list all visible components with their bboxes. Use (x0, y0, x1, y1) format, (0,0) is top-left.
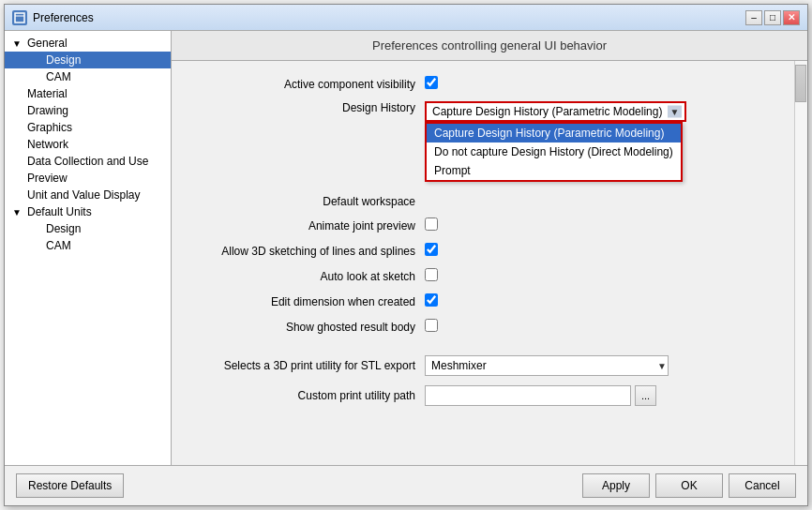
sidebar-item-default-units-design-label: Design (46, 222, 81, 235)
sidebar-item-graphics-label: Graphics (27, 121, 72, 134)
sidebar-item-preview[interactable]: Preview (5, 170, 171, 187)
panel-header: Preferences controlling general UI behav… (172, 31, 807, 61)
edit-dimension-label: Edit dimension when created (190, 295, 415, 308)
content-area: ▼ General Design CAM Material Drawing (5, 31, 807, 465)
active-component-checkbox[interactable] (425, 76, 438, 89)
allow-3d-checkbox[interactable] (425, 243, 438, 256)
sidebar-item-drawing[interactable]: Drawing (5, 102, 171, 119)
animate-joint-checkbox[interactable] (425, 218, 438, 231)
title-bar: Preferences – □ ✕ (5, 5, 807, 31)
cancel-button[interactable]: Cancel (729, 473, 796, 498)
allow-3d-row: Allow 3D sketching of lines and splines (190, 243, 775, 259)
stl-export-select[interactable]: Meshmixer (425, 355, 669, 376)
design-history-selected-text: Capture Design History (Parametric Model… (432, 105, 662, 118)
sidebar-item-default-units-cam-label: CAM (46, 239, 71, 252)
stl-export-label: Selects a 3D print utility for STL expor… (190, 359, 415, 372)
show-ghosted-row: Show ghosted result body (190, 319, 775, 335)
main-panel: Preferences controlling general UI behav… (172, 31, 807, 465)
active-component-label: Active component visibility (190, 78, 415, 91)
show-ghosted-checkbox[interactable] (425, 319, 438, 332)
maximize-button[interactable]: □ (764, 10, 781, 25)
auto-look-checkbox[interactable] (425, 268, 438, 281)
design-history-select[interactable]: Capture Design History (Parametric Model… (425, 101, 686, 122)
window-title: Preferences (33, 11, 745, 24)
design-history-control: Capture Design History (Parametric Model… (425, 101, 775, 122)
design-history-option-no-capture[interactable]: Do not capture Design History (Direct Mo… (427, 142, 681, 161)
sidebar: ▼ General Design CAM Material Drawing (5, 31, 172, 465)
sidebar-item-drawing-label: Drawing (27, 104, 68, 117)
sidebar-item-preview-label: Preview (27, 172, 68, 185)
sidebar-item-default-units-cam[interactable]: CAM (5, 237, 171, 254)
animate-joint-control (425, 218, 775, 233)
sidebar-item-unit-display[interactable]: Unit and Value Display (5, 187, 171, 203)
sidebar-item-cam[interactable]: CAM (5, 68, 171, 85)
design-history-option-capture[interactable]: Capture Design History (Parametric Model… (427, 124, 681, 142)
active-component-row: Active component visibility (190, 76, 775, 92)
animate-joint-row: Animate joint preview (190, 218, 775, 233)
design-history-dropdown: Capture Design History (Parametric Model… (425, 101, 775, 122)
scrollbar-thumb[interactable] (795, 65, 806, 102)
design-history-row: Design History Capture Design History (P… (190, 101, 775, 122)
restore-defaults-button[interactable]: Restore Defaults (16, 473, 124, 498)
preferences-window: Preferences – □ ✕ ▼ General Design CAM (4, 4, 808, 506)
design-history-option-list: Capture Design History (Parametric Model… (425, 122, 683, 182)
sidebar-item-material[interactable]: Material (5, 85, 171, 102)
panel-title: Preferences controlling general UI behav… (372, 38, 607, 52)
sidebar-item-data-collection-label: Data Collection and Use (27, 155, 148, 168)
edit-dimension-row: Edit dimension when created (190, 293, 775, 309)
sidebar-item-default-units-design[interactable]: Design (5, 220, 171, 237)
edit-dimension-control (425, 293, 775, 309)
custom-print-label: Custom print utility path (190, 389, 415, 402)
panel-body: Active component visibility Design Histo… (172, 61, 794, 465)
show-ghosted-label: Show ghosted result body (190, 321, 415, 334)
default-workspace-row: Default workspace (190, 195, 775, 208)
animate-joint-label: Animate joint preview (190, 219, 415, 232)
scrollbar-track (794, 61, 807, 465)
edit-dimension-checkbox[interactable] (425, 293, 438, 307)
sidebar-item-design-label: Design (46, 53, 81, 67)
sidebar-item-design[interactable]: Design (5, 52, 171, 68)
default-workspace-label: Default workspace (190, 195, 415, 208)
design-history-option-prompt[interactable]: Prompt (427, 161, 681, 180)
ok-button[interactable]: OK (655, 473, 723, 498)
browse-button[interactable]: ... (635, 385, 656, 406)
custom-print-input[interactable] (425, 385, 631, 406)
design-history-label: Design History (190, 101, 415, 114)
sidebar-item-network-label: Network (27, 138, 68, 151)
sidebar-item-data-collection[interactable]: Data Collection and Use (5, 153, 171, 170)
sidebar-item-general[interactable]: ▼ General (5, 35, 171, 52)
auto-look-label: Auto look at sketch (190, 270, 415, 283)
default-units-arrow: ▼ (12, 207, 23, 218)
auto-look-row: Auto look at sketch (190, 268, 775, 284)
sidebar-item-default-units[interactable]: ▼ Default Units (5, 203, 171, 220)
allow-3d-control (425, 243, 775, 259)
bottom-bar: Restore Defaults Apply OK Cancel (5, 465, 807, 505)
sidebar-item-default-units-label: Default Units (27, 205, 92, 218)
sidebar-item-cam-label: CAM (46, 70, 71, 83)
sidebar-item-material-label: Material (27, 87, 68, 100)
stl-export-row: Selects a 3D print utility for STL expor… (190, 355, 775, 376)
bottom-right-buttons: Apply OK Cancel (582, 473, 796, 498)
active-component-control (425, 76, 775, 92)
sidebar-item-general-label: General (27, 37, 68, 50)
close-button[interactable]: ✕ (783, 10, 800, 25)
auto-look-control (425, 268, 775, 284)
custom-print-control: ... (425, 385, 775, 406)
custom-print-row: Custom print utility path ... (190, 385, 775, 406)
sidebar-item-graphics[interactable]: Graphics (5, 119, 171, 136)
minimize-button[interactable]: – (745, 10, 762, 25)
sidebar-item-unit-display-label: Unit and Value Display (27, 188, 141, 202)
stl-dropdown-wrapper: Meshmixer ▼ (425, 355, 669, 376)
title-buttons: – □ ✕ (745, 10, 800, 25)
stl-export-control: Meshmixer ▼ (425, 355, 775, 376)
apply-button[interactable]: Apply (582, 473, 650, 498)
general-arrow: ▼ (12, 38, 23, 49)
allow-3d-label: Allow 3D sketching of lines and splines (190, 245, 415, 258)
sidebar-item-network[interactable]: Network (5, 136, 171, 153)
svg-rect-0 (15, 13, 24, 22)
show-ghosted-control (425, 319, 775, 335)
design-history-arrow-icon: ▼ (668, 106, 683, 118)
app-icon (12, 10, 27, 25)
